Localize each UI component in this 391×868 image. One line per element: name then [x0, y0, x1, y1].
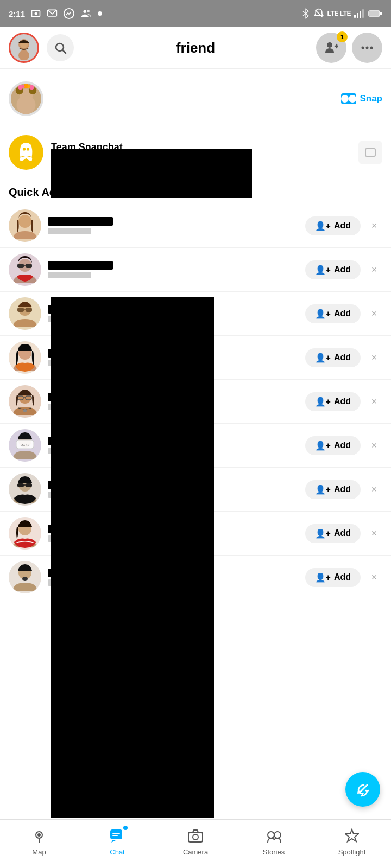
qa-sub-1: [48, 228, 91, 234]
nav-label-map: Map: [32, 848, 46, 856]
svg-point-34: [22, 85, 24, 88]
camera-nav-icon: [186, 826, 205, 846]
battery-icon: [368, 10, 382, 17]
svg-line-6: [303, 11, 306, 14]
snap-button[interactable]: Snap: [341, 93, 382, 104]
dismiss-button-4[interactable]: ×: [366, 349, 382, 366]
dismiss-button-3[interactable]: ×: [366, 305, 382, 322]
nav-label-camera: Camera: [183, 848, 208, 856]
add-label-9: Add: [334, 572, 351, 582]
svg-point-1: [35, 12, 37, 15]
add-label-4: Add: [334, 353, 351, 362]
qa-avatar-7: [9, 473, 41, 506]
svg-rect-15: [370, 12, 379, 16]
qa-actions-6: 👤+ Add ×: [305, 436, 382, 455]
add-button-1[interactable]: 👤+ Add: [305, 216, 361, 235]
signal-icon: [354, 9, 365, 18]
qa-avatar-6: MASK: [9, 429, 41, 462]
qa-avatar-3: [9, 297, 41, 330]
bottom-nav: Map Chat Camera: [0, 819, 391, 868]
status-left: 2:11: [9, 8, 102, 20]
svg-point-4: [84, 10, 87, 13]
add-icon-9: 👤+: [315, 572, 331, 583]
self-avatar[interactable]: [9, 33, 39, 63]
svg-point-18: [18, 50, 29, 60]
search-button[interactable]: [47, 34, 74, 61]
svg-point-82: [193, 834, 198, 840]
nav-item-spotlight[interactable]: Spotlight: [313, 824, 391, 856]
svg-rect-81: [188, 832, 203, 842]
svg-line-7: [303, 14, 306, 16]
qa-actions-3: 👤+ Add ×: [305, 304, 382, 323]
add-label-1: Add: [334, 221, 351, 231]
dismiss-button-8[interactable]: ×: [366, 525, 382, 541]
svg-point-41: [18, 215, 31, 228]
snap-camera-icon: [341, 93, 356, 104]
svg-line-20: [63, 50, 66, 54]
reply-icon: [364, 146, 377, 159]
self-avatar-image: [12, 36, 36, 60]
svg-point-35: [28, 85, 30, 88]
add-button-8[interactable]: 👤+ Add: [305, 524, 361, 543]
svg-point-37: [23, 148, 26, 150]
nav-item-stories[interactable]: Stories: [235, 824, 313, 856]
svg-rect-14: [380, 12, 382, 15]
add-friend-button[interactable]: 1: [316, 33, 346, 63]
more-options-button[interactable]: [352, 33, 382, 63]
svg-point-24: [366, 47, 369, 49]
lte-label: LTE LTE: [327, 10, 351, 17]
svg-marker-85: [345, 829, 358, 841]
mute-icon: [313, 8, 324, 19]
dismiss-button-6[interactable]: ×: [366, 437, 382, 454]
svg-rect-9: [354, 15, 356, 18]
add-button-2[interactable]: 👤+ Add: [305, 260, 361, 279]
header-right: 1: [316, 33, 382, 63]
chat-reply-icon: [358, 141, 382, 164]
dismiss-button-7[interactable]: ×: [366, 481, 382, 497]
add-label-2: Add: [334, 265, 351, 275]
bluetooth-icon: [301, 8, 310, 19]
add-button-6[interactable]: 👤+ Add: [305, 436, 361, 455]
add-label-7: Add: [334, 484, 351, 494]
redacted-qa-content: [51, 297, 214, 818]
add-icon-6: 👤+: [315, 441, 331, 451]
app-header: friend 1: [0, 27, 391, 69]
stories-icon: [264, 826, 283, 846]
add-icon-8: 👤+: [315, 528, 331, 539]
qa-actions-8: 👤+ Add ×: [305, 524, 382, 543]
add-button-4[interactable]: 👤+ Add: [305, 348, 361, 367]
svg-rect-78: [110, 829, 122, 839]
add-button-7[interactable]: 👤+ Add: [305, 480, 361, 499]
dismiss-button-5[interactable]: ×: [366, 393, 382, 410]
compose-icon: [354, 781, 371, 798]
chat-icon: [108, 826, 127, 846]
qa-actions-5: 👤+ Add ×: [305, 392, 382, 411]
svg-point-30: [17, 95, 36, 114]
dismiss-button-2[interactable]: ×: [366, 261, 382, 278]
svg-rect-49: [17, 308, 24, 312]
nav-item-chat[interactable]: Chat: [78, 824, 156, 856]
dismiss-button-9[interactable]: ×: [366, 569, 382, 585]
svg-point-5: [87, 10, 90, 12]
nav-item-camera[interactable]: Camera: [156, 824, 235, 856]
compose-fab[interactable]: [345, 772, 380, 807]
add-button-3[interactable]: 👤+ Add: [305, 304, 361, 323]
svg-point-23: [362, 47, 364, 49]
add-button-9[interactable]: 👤+ Add: [305, 568, 361, 587]
chat-item-1[interactable]: Snap: [0, 69, 391, 129]
notification-badge: 1: [337, 31, 348, 42]
qa-avatar-1: [9, 209, 41, 242]
svg-rect-44: [17, 264, 24, 268]
nav-label-chat: Chat: [110, 848, 124, 856]
add-icon-2: 👤+: [315, 265, 331, 275]
add-icon-4: 👤+: [315, 353, 331, 363]
qa-actions-9: 👤+ Add ×: [305, 568, 382, 587]
dismiss-button-1[interactable]: ×: [366, 218, 382, 234]
svg-point-84: [274, 832, 281, 838]
add-button-5[interactable]: 👤+ Add: [305, 392, 361, 411]
add-icon: 👤+: [315, 221, 331, 231]
nav-item-map[interactable]: Map: [0, 824, 78, 856]
svg-rect-12: [362, 9, 364, 18]
add-label-5: Add: [334, 397, 351, 406]
qa-avatar-2: [9, 253, 41, 286]
